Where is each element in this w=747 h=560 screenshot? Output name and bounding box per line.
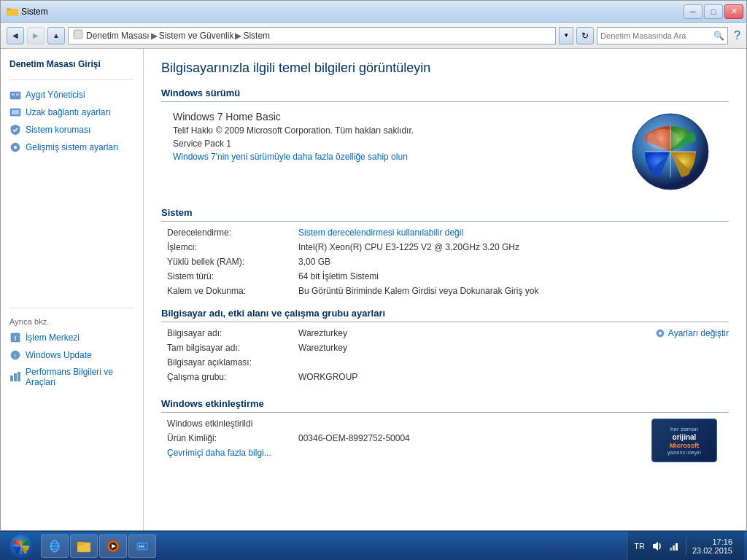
forward-button[interactable]: ▶	[27, 27, 44, 44]
sidebar-item-protection[interactable]: Sistem koruması	[1, 121, 143, 139]
taskbar-media[interactable]	[99, 534, 127, 558]
breadcrumb-part2[interactable]: Sistem ve Güvenlik	[159, 31, 234, 41]
svg-rect-5	[12, 93, 15, 96]
up-button[interactable]: ▲	[47, 27, 65, 44]
sidebar-item-performance[interactable]: Performans Bilgileri ve Araçları	[1, 364, 143, 390]
svg-rect-40	[139, 545, 140, 546]
activation-status-row: Windows etkinleştirildi	[167, 419, 410, 429]
svg-rect-8	[12, 110, 19, 114]
search-input[interactable]	[600, 31, 713, 40]
sidebar-item-remote[interactable]: Uzak bağlantı ayarları	[1, 104, 143, 121]
protection-icon	[9, 124, 21, 136]
breadcrumb-sep1: ▶	[151, 31, 158, 41]
cn-workgroup-row: Çalışma grubu: WORKGROUP	[167, 372, 649, 382]
window: Sistem ─ □ ✕ ◀ ▶ ▲ Denetim Masası ▶ Sist…	[0, 0, 747, 531]
taskbar: TR 17:16 23.02.2015	[0, 531, 747, 560]
search-icon[interactable]: 🔍	[713, 31, 724, 41]
main-area: Denetim Masası Girişi Aygıt Yöneticisi	[1, 49, 746, 530]
close-button[interactable]: ✕	[724, 4, 743, 19]
minimize-button[interactable]: ─	[684, 4, 703, 19]
activation-header: Windows etkinleştirme	[161, 398, 729, 413]
advanced-icon	[9, 141, 21, 153]
windows-orb-svg	[630, 112, 711, 192]
windows-version-header: Windows sürümü	[161, 88, 729, 102]
system-info-header: Sistem	[161, 207, 729, 222]
sidebar-item-advanced[interactable]: Gelişmiş sistem ayarları	[1, 139, 143, 156]
refresh-button[interactable]: ↻	[576, 27, 594, 44]
cn-desc-row: Bilgisayar açıklaması:	[167, 357, 649, 368]
windows-upgrade-link[interactable]: Windows 7'nin yeni sürümüyle daha fazla …	[173, 152, 414, 162]
address-dropdown-button[interactable]: ▼	[559, 27, 573, 44]
activation-online-link[interactable]: Çevrimiçi daha fazla bilgi...	[167, 448, 271, 458]
svg-rect-4	[10, 92, 20, 99]
system-cpu-row: İşlemci: Intel(R) Xeon(R) CPU E3-1225 V2…	[167, 242, 723, 252]
addressbar: ◀ ▶ ▲ Denetim Masası ▶ Sistem ve Güvenli…	[1, 23, 746, 49]
change-settings-button[interactable]: Ayarları değiştir	[655, 328, 729, 338]
system-rating-row: Derecelendirme: Sistem derecelendirmesi …	[167, 228, 723, 238]
speaker-icon[interactable]	[651, 540, 662, 552]
taskbar-language[interactable]	[128, 534, 156, 558]
action-center-icon: !	[9, 332, 21, 343]
explorer-taskbar-icon	[77, 539, 91, 553]
cn-workgroup-value: WORKGROUP	[298, 372, 357, 382]
titlebar-controls: ─ □ ✕	[684, 4, 743, 19]
svg-rect-2	[7, 8, 11, 11]
system-cpu-value: Intel(R) Xeon(R) CPU E3-1225 V2 @ 3.20GH…	[298, 242, 519, 252]
cn-name-label: Bilgisayar adı:	[167, 328, 298, 338]
folder-icon	[7, 6, 18, 18]
sidebar-item-windows-update[interactable]: ↑ Windows Update	[1, 346, 143, 364]
system-rating-value[interactable]: Sistem derecelendirmesi kullanılabilir d…	[298, 228, 463, 238]
tray-time: 17:16	[692, 537, 732, 546]
sidebar-home-link[interactable]: Denetim Masası Girişi	[1, 55, 143, 74]
badge-line1: her zaman	[670, 426, 698, 432]
cn-workgroup-label: Çalışma grubu:	[167, 372, 298, 382]
svg-rect-17	[18, 372, 20, 381]
maximize-button[interactable]: □	[704, 4, 723, 19]
cn-desc-label: Bilgisayar açıklaması:	[167, 357, 298, 368]
also-see-label: Ayrıca bkz.	[1, 314, 143, 329]
activation-text: Windows etkinleştirildi Ürün Kimliği: 00…	[161, 419, 416, 462]
taskbar-explorer[interactable]	[70, 534, 98, 558]
svg-point-10	[14, 146, 17, 149]
sidebar-label-advanced: Gelişmiş sistem ayarları	[26, 142, 118, 152]
breadcrumb-part3[interactable]: Sistem	[243, 31, 270, 41]
system-pen-value: Bu Görüntü Biriminde Kalem Girdisi veya …	[298, 286, 538, 296]
svg-text:!: !	[15, 335, 17, 342]
cn-fullname-row: Tam bilgisayar adı: Warezturkey	[167, 343, 649, 353]
back-button[interactable]: ◀	[7, 27, 24, 44]
sidebar-divider	[9, 79, 134, 80]
windows-edition: Windows 7 Home Basic	[173, 111, 414, 122]
titlebar-left: Sistem	[7, 6, 48, 18]
svg-rect-34	[77, 542, 83, 545]
start-button[interactable]	[3, 533, 39, 559]
address-path[interactable]: Denetim Masası ▶ Sistem ve Güvenlik ▶ Si…	[68, 27, 556, 44]
sidebar: Denetim Masası Girişi Aygıt Yöneticisi	[1, 49, 144, 530]
windows-version-text: Windows 7 Home Basic Telif Hakkı © 2009 …	[161, 108, 425, 195]
search-box: 🔍	[597, 27, 728, 44]
badge-line2: orijinal	[673, 433, 697, 441]
titlebar-title: Sistem	[21, 7, 48, 17]
system-ram-row: Yüklü bellek (RAM): 3,00 GB	[167, 257, 723, 267]
taskbar-ie[interactable]	[41, 534, 69, 558]
sidebar-label-remote: Uzak bağlantı ayarları	[26, 107, 111, 117]
help-icon[interactable]: ?	[734, 29, 740, 42]
computer-name-section: Bilgisayar adı, etki alanı ve çalışma gr…	[161, 308, 729, 386]
tray-clock[interactable]: 17:16 23.02.2015	[692, 537, 732, 555]
activation-key-row: Ürün Kimliği: 00346-OEM-8992752-50004	[167, 433, 410, 443]
breadcrumb-icon	[73, 29, 83, 42]
change-settings-label: Ayarları değiştir	[668, 328, 729, 338]
system-tray: TR 17:16 23.02.2015	[627, 532, 744, 560]
svg-rect-42	[143, 545, 144, 546]
computer-name-header: Bilgisayar adı, etki alanı ve çalışma gr…	[161, 308, 729, 322]
tray-lang: TR	[634, 542, 645, 551]
svg-rect-45	[673, 545, 675, 551]
cn-section: Bilgisayar adı: Warezturkey Tam bilgisay…	[161, 328, 729, 386]
sidebar-item-action-center[interactable]: ! İşlem Merkezi	[1, 329, 143, 346]
windows-version-section: Windows sürümü Windows 7 Home Basic Teli…	[161, 88, 729, 195]
tray-divider	[686, 537, 686, 555]
performance-icon	[9, 371, 21, 383]
sidebar-item-device-manager[interactable]: Aygıt Yöneticisi	[1, 86, 143, 104]
network-icon[interactable]	[668, 540, 680, 552]
windows-copyright: Telif Hakkı © 2009 Microsoft Corporation…	[173, 125, 414, 136]
breadcrumb-part1[interactable]: Denetim Masası	[86, 31, 150, 41]
